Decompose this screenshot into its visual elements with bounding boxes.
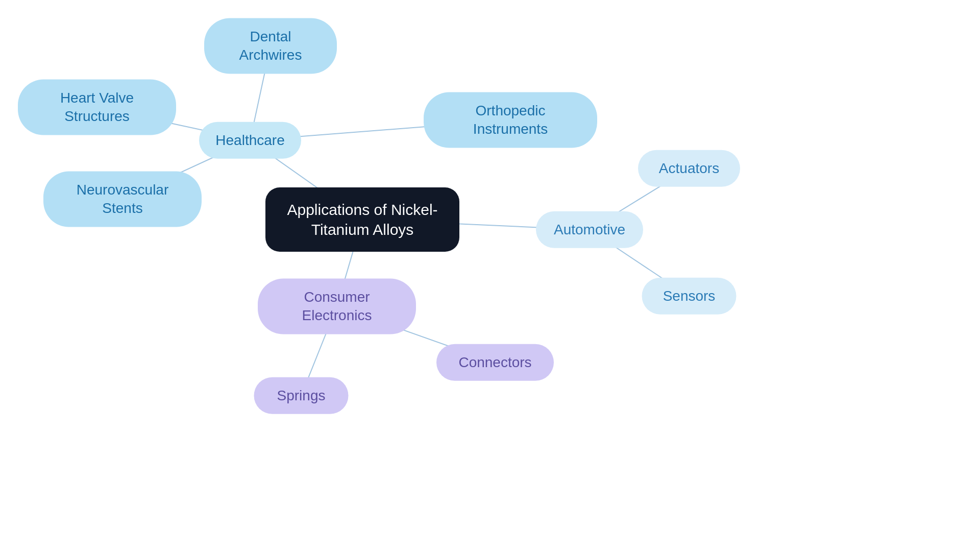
svg-line-8 [337, 220, 362, 306]
svg-line-4 [122, 140, 250, 199]
svg-line-6 [590, 169, 689, 230]
svg-line-2 [97, 107, 250, 140]
svg-line-9 [301, 306, 337, 396]
svg-line-10 [337, 306, 495, 363]
svg-line-1 [250, 46, 271, 140]
svg-line-3 [250, 120, 510, 140]
svg-line-5 [362, 220, 590, 230]
svg-line-0 [250, 140, 362, 220]
mindmap-svg [0, 0, 980, 553]
svg-line-7 [590, 230, 689, 296]
